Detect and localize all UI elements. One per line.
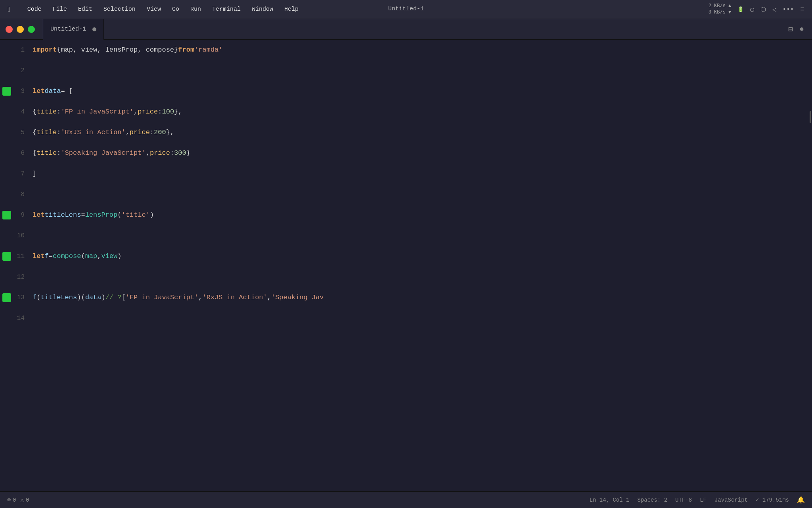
menu-terminal[interactable]: Terminal (207, 0, 246, 19)
token: price (138, 102, 158, 122)
cast-icon: ⬡ (760, 6, 766, 13)
breakpoint-indicator[interactable] (2, 252, 11, 261)
code-line[interactable]: let data = [ (29, 81, 807, 102)
more-icon: ••• (783, 6, 794, 13)
line-number: 11 (11, 253, 29, 260)
gutter-row: 4 (0, 102, 29, 122)
token: }, (166, 122, 174, 143)
line-number: 10 (11, 232, 29, 239)
token: : (57, 143, 61, 164)
indentation[interactable]: Spaces: 2 (637, 497, 667, 503)
breakpoint-indicator[interactable] (2, 87, 11, 96)
code-line[interactable] (29, 184, 807, 205)
token: = (81, 205, 85, 225)
gutter-row: 14 (0, 308, 29, 329)
scrollbar-thumb[interactable] (810, 111, 811, 123)
menu-selection[interactable]: Selection (98, 0, 141, 19)
close-button[interactable] (6, 26, 13, 33)
token: , (134, 102, 138, 122)
tab-unsaved-dot (92, 27, 96, 31)
menu-edit[interactable]: Edit (73, 0, 98, 19)
menu-window[interactable]: Window (246, 0, 279, 19)
apple-icon:  (8, 6, 12, 13)
code-line[interactable] (29, 267, 807, 287)
token: : (170, 143, 174, 164)
error-count: 0 (13, 497, 16, 503)
code-line[interactable]: { title: 'Speaking JavaScript', price: 3… (29, 143, 807, 164)
token: data (85, 287, 102, 308)
menu-go[interactable]: Go (167, 0, 185, 19)
breakpoint-indicator[interactable] (2, 293, 11, 302)
code-line[interactable]: let f = compose(map, view) (29, 246, 807, 267)
gutter-row: 6 (0, 143, 29, 164)
token: f (45, 246, 49, 267)
token: 'Speaking Jav (271, 287, 324, 308)
token: 'RxJS in Action' (61, 122, 125, 143)
split-editor-icon[interactable]: ⊟ (788, 24, 793, 34)
menu-code[interactable]: Code (22, 0, 47, 19)
token: )( (77, 287, 85, 308)
scrollbar[interactable] (807, 40, 812, 491)
token: ) (117, 246, 121, 267)
gutter-row: 5 (0, 122, 29, 143)
token: ( (36, 287, 40, 308)
menubar:  Code File Edit Selection View Go Run T… (0, 0, 812, 19)
dot-icon: ● (799, 25, 804, 34)
token: title (36, 143, 57, 164)
code-line[interactable]: ] (29, 164, 807, 184)
token: { (33, 102, 36, 122)
token: let (33, 246, 45, 267)
menu-file[interactable]: File (47, 0, 73, 19)
minimize-button[interactable] (17, 26, 24, 33)
menu-items: Code File Edit Selection View Go Run Ter… (22, 0, 709, 19)
menu-run[interactable]: Run (185, 0, 207, 19)
line-number: 4 (11, 108, 29, 115)
token: 200 (154, 122, 166, 143)
line-number: 2 (11, 67, 29, 74)
gutter-row: 1 (0, 40, 29, 60)
error-indicator[interactable]: ⊗ 0 △ 0 (7, 496, 29, 504)
code-line[interactable] (29, 225, 807, 246)
menubar-right: 2 KB/s ▲3 KB/s ▼ 🔋 ◯ ⬡ ◁ ••• ≡ (709, 3, 804, 15)
line-number: 3 (11, 88, 29, 95)
line-number: 12 (11, 273, 29, 281)
code-line[interactable]: { title: 'FP in JavaScript', price: 100 … (29, 102, 807, 122)
code-area[interactable]: import { map, view, lensProp, compose } … (29, 40, 807, 491)
menu-help[interactable]: Help (279, 0, 304, 19)
token: 'Speaking JavaScript' (61, 143, 146, 164)
token: title (36, 122, 57, 143)
token: view (101, 246, 117, 267)
editor-tab[interactable]: Untitled-1 (43, 19, 104, 40)
warning-icon: △ (20, 496, 23, 503)
token: } (186, 143, 190, 164)
token: 100 (162, 102, 174, 122)
warning-count: 0 (26, 497, 29, 503)
maximize-button[interactable] (28, 26, 35, 33)
code-line[interactable]: { title: 'RxJS in Action', price: 200 }, (29, 122, 807, 143)
breakpoint-indicator[interactable] (2, 211, 11, 219)
code-line[interactable] (29, 60, 807, 81)
statusbar-right: Ln 14, Col 1 Spaces: 2 UTF-8 LF JavaScri… (590, 496, 805, 504)
code-line[interactable]: f(titleLens)(data) // ? [ 'FP in JavaScr… (29, 287, 807, 308)
gutter-row: 2 (0, 60, 29, 81)
code-line[interactable]: let titleLens = lensProp('title') (29, 205, 807, 225)
line-number: 14 (11, 315, 29, 322)
gutter: 1234567891011121314 (0, 40, 29, 491)
token: , (97, 246, 101, 267)
eol[interactable]: LF (700, 497, 707, 503)
token: : (150, 122, 154, 143)
encoding[interactable]: UTF-8 (675, 497, 692, 503)
code-line[interactable]: import { map, view, lensProp, compose } … (29, 40, 807, 60)
token: titleLens (45, 205, 81, 225)
language-mode[interactable]: JavaScript (714, 497, 748, 503)
gutter-row: 11 (0, 246, 29, 267)
token: { (57, 40, 61, 60)
tab-title: Untitled-1 (50, 26, 86, 33)
menu-view[interactable]: View (141, 0, 167, 19)
token: } (174, 40, 178, 60)
line-number: 5 (11, 129, 29, 136)
notifications-icon[interactable]: 🔔 (797, 496, 805, 504)
token: ] (33, 164, 36, 184)
code-line[interactable] (29, 308, 807, 329)
cursor-position[interactable]: Ln 14, Col 1 (590, 497, 630, 503)
